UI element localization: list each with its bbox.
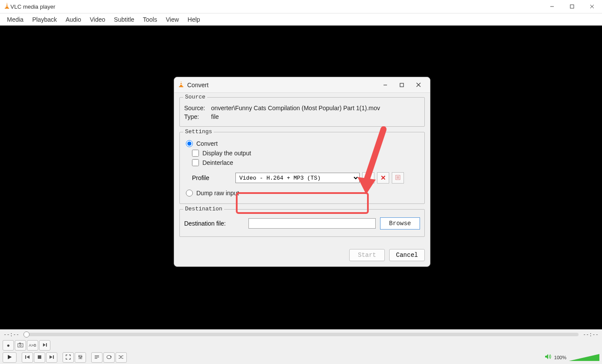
settings-legend: Settings (183, 128, 214, 135)
playlist-button[interactable] (91, 352, 103, 363)
menu-view[interactable]: View (162, 14, 183, 25)
convert-radio-input[interactable] (186, 140, 193, 147)
svg-marker-29 (26, 355, 30, 359)
svg-point-23 (20, 344, 21, 346)
menu-media[interactable]: Media (3, 14, 28, 25)
svg-rect-1 (5, 8, 9, 9)
menu-help[interactable]: Help (183, 14, 205, 25)
svg-marker-25 (43, 343, 46, 347)
next-button[interactable] (46, 352, 57, 363)
cancel-button[interactable]: Cancel (389, 249, 425, 261)
display-output-checkbox[interactable]: Display the output (192, 150, 420, 157)
svg-rect-13 (400, 83, 404, 87)
svg-rect-3 (6, 6, 8, 7)
deinterlace-input[interactable] (192, 159, 199, 166)
loop-button[interactable] (103, 352, 115, 363)
playlist-icon (94, 354, 99, 361)
minimize-button[interactable] (542, 0, 562, 13)
settings-group: Settings Convert Display the output Dein… (179, 132, 425, 204)
frame-step-icon (42, 342, 47, 349)
dialog-title: Convert (187, 82, 377, 89)
svg-rect-24 (19, 343, 21, 344)
stop-button[interactable] (34, 352, 45, 363)
svg-rect-32 (53, 355, 54, 359)
shuffle-icon (118, 354, 124, 361)
dump-raw-radio[interactable]: Dump raw input (186, 190, 420, 197)
source-legend: Source (183, 94, 207, 100)
type-value: file (211, 113, 420, 120)
convert-radio[interactable]: Convert (186, 140, 420, 147)
snapshot-button[interactable] (15, 340, 26, 351)
skip-forward-icon (49, 354, 54, 361)
dialog-titlebar[interactable]: Convert (174, 77, 430, 93)
menu-video[interactable]: Video (86, 14, 110, 25)
convert-dialog: Convert Source Source: onverter\Funny Ca… (174, 77, 430, 267)
dump-raw-input[interactable] (186, 190, 193, 197)
seek-thumb[interactable] (23, 331, 30, 338)
svg-marker-8 (180, 81, 182, 86)
ab-loop-icon: A>B (29, 343, 36, 348)
svg-marker-27 (8, 355, 12, 359)
record-button[interactable]: ● (3, 340, 14, 351)
seek-slider[interactable] (23, 333, 579, 336)
svg-point-36 (79, 355, 80, 357)
svg-rect-2 (6, 4, 8, 5)
svg-rect-5 (570, 5, 574, 8)
edit-profile-button[interactable] (362, 172, 374, 184)
previous-button[interactable] (22, 352, 33, 363)
profile-select[interactable]: Video - H.264 + MP3 (TS) (235, 173, 360, 183)
display-output-input[interactable] (192, 150, 199, 157)
svg-rect-11 (180, 84, 182, 85)
time-elapsed: --:-- (3, 331, 19, 338)
play-icon (7, 354, 13, 361)
svg-rect-28 (25, 355, 26, 359)
convert-radio-label: Convert (196, 140, 218, 147)
menu-subtitle[interactable]: Subtitle (109, 14, 139, 25)
type-label: Type: (184, 113, 211, 120)
deinterlace-label: Deinterlace (202, 159, 233, 166)
vlc-cone-icon (178, 81, 185, 89)
new-profile-button[interactable] (392, 172, 404, 184)
maximize-button[interactable] (562, 0, 582, 13)
play-button[interactable] (3, 352, 17, 363)
volume-slider[interactable] (569, 354, 599, 361)
shuffle-button[interactable] (116, 352, 127, 363)
svg-point-38 (81, 356, 83, 357)
extended-settings-button[interactable] (75, 352, 86, 363)
atob-loop-button[interactable]: A>B (27, 340, 38, 351)
close-button[interactable] (582, 0, 602, 13)
frame-step-button[interactable] (39, 340, 50, 351)
svg-rect-10 (180, 82, 182, 83)
player-controls: --:-- --:-- ● A>B (0, 329, 602, 364)
dialog-maximize-button[interactable] (394, 79, 410, 91)
svg-marker-43 (545, 354, 548, 359)
menu-audio[interactable]: Audio (61, 14, 86, 25)
speaker-icon[interactable] (545, 354, 552, 361)
skip-back-icon (25, 354, 30, 361)
wrench-icon (365, 174, 371, 182)
vlc-cone-icon (3, 2, 10, 11)
destination-file-input[interactable] (248, 218, 376, 229)
x-icon: ✕ (380, 174, 386, 182)
start-button[interactable]: Start (349, 249, 385, 261)
svg-rect-9 (179, 86, 183, 87)
dialog-minimize-button[interactable] (377, 79, 394, 91)
dialog-close-button[interactable] (410, 79, 427, 91)
time-total: --:-- (583, 331, 599, 338)
svg-marker-0 (6, 3, 8, 8)
fullscreen-icon (66, 354, 71, 361)
camera-icon (17, 342, 23, 349)
main-window-title: VLC media player (10, 3, 542, 10)
fullscreen-button[interactable] (63, 352, 74, 363)
record-icon: ● (7, 342, 10, 348)
svg-point-37 (80, 357, 81, 358)
menu-playback[interactable]: Playback (28, 14, 61, 25)
menu-tools[interactable]: Tools (139, 14, 162, 25)
delete-profile-button[interactable]: ✕ (377, 172, 389, 184)
loop-icon (106, 354, 112, 361)
source-value: onverter\Funny Cats Compilation (Most Po… (211, 105, 420, 111)
svg-rect-26 (46, 343, 47, 347)
source-label: Source: (184, 105, 211, 111)
deinterlace-checkbox[interactable]: Deinterlace (192, 159, 420, 166)
browse-button[interactable]: Browse (380, 217, 420, 230)
